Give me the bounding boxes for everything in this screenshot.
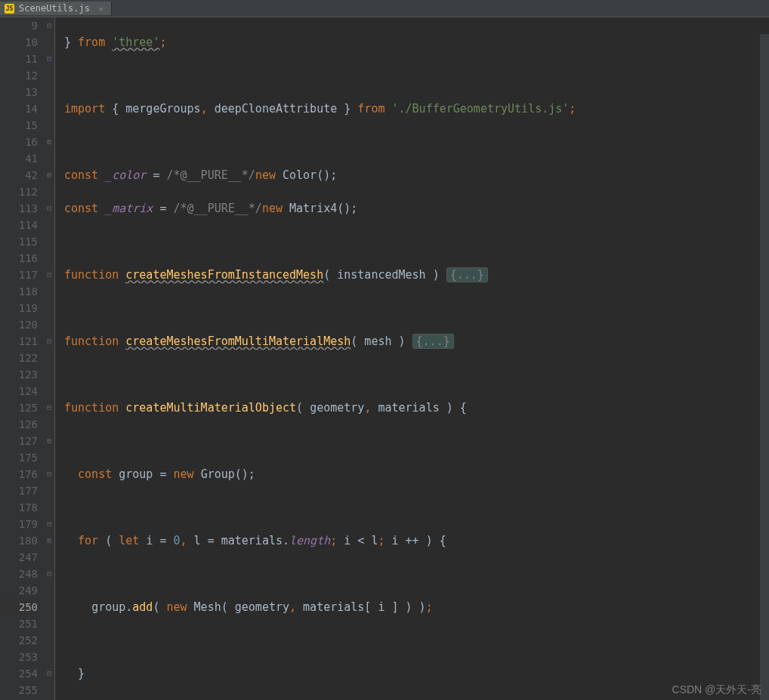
fold-collapse-icon[interactable]: ⊟ [44, 333, 54, 350]
var-name: _color [105, 168, 146, 182]
line-number: 112 [0, 183, 38, 200]
fold-empty [44, 34, 54, 51]
module-string: 'three' [112, 35, 159, 49]
code-content[interactable]: } from 'three'; import { mergeGroups, de… [55, 17, 769, 700]
indent [64, 467, 78, 481]
line-number: 13 [0, 84, 38, 100]
brace: } [64, 35, 71, 49]
punct: (); [337, 202, 357, 215]
fold-collapse-icon[interactable]: ⊟ [44, 51, 54, 67]
fold-collapse-icon[interactable]: ⊟ [44, 200, 54, 217]
line-number: 115 [0, 233, 38, 250]
fold-empty [44, 599, 54, 615]
fold-empty [44, 383, 54, 399]
fold-empty [44, 632, 54, 649]
fold-empty [44, 582, 54, 599]
line-number: 125 [0, 399, 38, 416]
eq: = [153, 202, 173, 215]
kw-function: function [64, 335, 125, 348]
dot: . [283, 534, 289, 547]
eq: = [201, 534, 221, 547]
fold-empty [44, 615, 54, 632]
fold-empty [44, 483, 54, 499]
fold-collapse-icon[interactable]: ⊟ [44, 665, 54, 682]
inc: i ++ ) { [392, 534, 446, 547]
folded-block[interactable]: {...} [446, 267, 488, 282]
semi: ; [159, 35, 166, 49]
module-string: './BufferGeometryUtils.js' [392, 102, 570, 116]
punct: ( [153, 600, 166, 614]
close-icon[interactable]: ✕ [99, 5, 103, 13]
file-tab[interactable]: JS SceneUtils.js ✕ [0, 2, 112, 15]
fold-empty [44, 250, 54, 267]
fold-collapse-icon[interactable]: ⊟ [44, 17, 54, 34]
comment: /*@__PURE__*/ [166, 168, 255, 182]
fold-collapse-icon[interactable]: ⊟ [44, 399, 54, 416]
args: ( geometry [221, 600, 289, 614]
fold-empty [44, 67, 54, 84]
fold-expand-icon[interactable]: ⊞ [44, 433, 54, 449]
fold-expand-icon[interactable]: ⊞ [44, 532, 54, 549]
fold-empty [44, 100, 54, 117]
line-number: 14 [0, 100, 38, 117]
fn-name: createMeshesFromMultiMaterialMesh [125, 335, 351, 348]
kw-new: new [166, 600, 193, 614]
brace: } [78, 667, 85, 680]
line-number: 255 [0, 682, 38, 698]
kw-from: from [71, 35, 112, 49]
fold-collapse-icon[interactable]: ⊟ [44, 516, 54, 532]
fold-expand-icon[interactable]: ⊞ [44, 167, 54, 183]
line-number-gutter: 9101112131415164142112113114115116117118… [0, 17, 44, 700]
line-number: 15 [0, 117, 38, 134]
fold-collapse-icon[interactable]: ⊟ [44, 466, 54, 483]
kw-const: const [64, 168, 105, 182]
line-number: 41 [0, 150, 38, 167]
fold-empty [44, 183, 54, 200]
line-number: 126 [0, 416, 38, 433]
line-number: 120 [0, 316, 38, 333]
punct: ( [105, 534, 119, 547]
eq: = [153, 467, 173, 481]
line-number: 247 [0, 549, 38, 566]
fold-empty [44, 499, 54, 516]
indent [64, 600, 91, 614]
line-number: 249 [0, 582, 38, 599]
cond: i < l [344, 534, 378, 547]
kw-import: import [64, 102, 112, 116]
line-number: 178 [0, 499, 38, 516]
fold-empty [44, 549, 54, 566]
punct: ( [296, 401, 310, 415]
fold-collapse-icon[interactable]: ⊟ [44, 566, 54, 582]
line-number: 12 [0, 67, 38, 84]
fold-gutter[interactable]: ⊟⊟⊞⊞⊟⊟⊟⊟⊞⊟⊟⊞⊟⊟ [44, 17, 55, 700]
line-number: 10 [0, 34, 38, 51]
line-number: 42 [0, 167, 38, 183]
fold-empty [44, 350, 54, 366]
class-name: Group [201, 467, 235, 481]
fold-expand-icon[interactable]: ⊞ [44, 134, 54, 150]
fold-collapse-icon[interactable]: ⊟ [44, 267, 54, 283]
kw-new: new [174, 467, 201, 481]
fn-name: createMultiMaterialObject [125, 401, 296, 415]
line-number: 121 [0, 333, 38, 350]
number: 0 [174, 534, 181, 547]
folded-block[interactable]: {...} [412, 334, 454, 349]
punct: (); [235, 467, 255, 481]
line-number: 117 [0, 267, 38, 283]
brace: } [337, 102, 351, 116]
vertical-scrollbar[interactable] [760, 34, 769, 700]
comment: /*@__PURE__*/ [174, 202, 262, 215]
js-file-icon: JS [5, 4, 14, 14]
fold-empty [44, 217, 54, 233]
punct: ) { [440, 401, 467, 415]
line-number: 124 [0, 383, 38, 399]
fold-empty [44, 449, 54, 466]
line-number: 123 [0, 366, 38, 383]
kw-const: const [64, 202, 105, 215]
line-number: 250 [0, 599, 38, 615]
line-number: 179 [0, 516, 38, 532]
comma: , [201, 102, 215, 116]
indent [64, 534, 78, 547]
editor-area[interactable]: 9101112131415164142112113114115116117118… [0, 17, 769, 700]
var-name: _matrix [105, 202, 153, 215]
